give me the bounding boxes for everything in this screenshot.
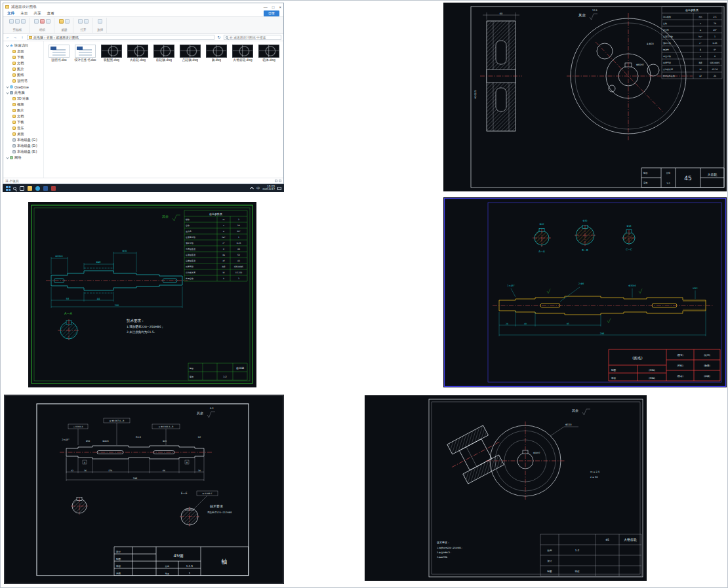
file-item[interactable]: 凸轮轴.dwg (178, 45, 203, 62)
thumbnail-view-icon[interactable] (279, 180, 281, 182)
address-input[interactable]: 此电脑 › 桌面 › 减速器设计图纸 (27, 35, 214, 40)
search-box[interactable] (224, 35, 281, 40)
file-item[interactable]: 齿轮轴.dwg (152, 45, 176, 62)
open-icon[interactable] (84, 19, 89, 24)
cad-app-icon[interactable] (51, 186, 56, 191)
sidebar-item[interactable]: 桌面 (3, 131, 43, 137)
sidebar-item[interactable]: 图纸 (3, 72, 43, 78)
tab-file[interactable]: 文件 (7, 11, 14, 16)
param-cell: 20° (713, 29, 717, 31)
section-label: A—A (64, 311, 72, 315)
section-label: C—C (626, 248, 632, 251)
maximize-button[interactable]: □ (272, 5, 275, 9)
param-cell: 齿顶圆直径 (186, 254, 195, 256)
file-item[interactable]: 说明书.doc (47, 45, 71, 62)
forward-button[interactable]: → (12, 35, 18, 39)
back-button[interactable]: ← (5, 35, 10, 39)
move-to-icon[interactable] (34, 19, 39, 24)
bevel-gear-drawing-screenshot: Φ110 Φ30H7 其余 m = 2.5 z = 50 技术要求： 1.调质处… (365, 395, 647, 581)
action-center-icon[interactable] (277, 187, 281, 190)
file-item[interactable]: 装配图.dwg (99, 45, 124, 62)
file-item[interactable]: 大齿轮.dwg (125, 45, 150, 62)
file-item[interactable]: 大锥齿轮.dwg (230, 45, 255, 62)
sidebar-item[interactable]: 说明书 (3, 78, 43, 84)
dimension-label: 44 (97, 298, 100, 300)
sidebar-item[interactable]: 本地磁盘 (C:) (3, 137, 43, 143)
minimize-button[interactable]: — (264, 5, 268, 9)
param-cell: c* (222, 242, 225, 245)
select-all-icon[interactable] (98, 19, 102, 24)
tab-share[interactable]: 共享 (33, 11, 41, 16)
shaft-canvas: ⊥ 0.004 A ⊕ Φ0.007 A—B ○ Φ0.004 A—B A B … (4, 395, 284, 584)
quantity-value: 1 (189, 572, 191, 575)
title-block-label: 制图 (190, 367, 193, 370)
file-item[interactable]: 设计任务书.doc (73, 45, 98, 62)
pin-icon[interactable] (9, 19, 14, 24)
sidebar-item[interactable]: 文档 (3, 113, 43, 119)
sidebar-item[interactable]: 本地磁盘 (D:) (3, 143, 43, 149)
folder-icon (12, 56, 16, 59)
close-button[interactable]: × (279, 5, 281, 9)
chevron-down-icon[interactable] (6, 44, 9, 47)
sidebar-item[interactable]: 本地磁盘 (E:) (3, 149, 43, 155)
dimension-label: Φ22 (539, 223, 544, 225)
section-view-f-f: F—F ⊕ 0.006 C (180, 491, 218, 526)
delete-icon[interactable] (40, 19, 45, 24)
details-view-icon[interactable] (275, 180, 277, 182)
sheet-border (31, 205, 253, 383)
sidebar-item[interactable]: 文档 (3, 60, 43, 66)
param-cell: 压力角 (186, 230, 192, 233)
ime-indicator[interactable]: 中 (256, 186, 260, 191)
search-input[interactable] (230, 36, 279, 39)
taskbar-clock[interactable]: 16:03 2021/6/17 (262, 185, 275, 191)
sidebar-item[interactable]: 3D 对象 (3, 96, 43, 102)
address-bar: ← → ↑ 此电脑 › 桌面 › 减速器设计图纸 ↻ (3, 34, 283, 41)
sidebar-item-onedrive[interactable]: OneDrive (3, 84, 43, 90)
folder-icon (12, 115, 16, 118)
file-explorer-icon[interactable] (28, 186, 32, 191)
section-view-left (71, 498, 88, 515)
sidebar-item[interactable]: 下载 (3, 119, 43, 125)
chevron-down-icon[interactable] (6, 91, 9, 94)
file-item[interactable]: 箱体.dwg (256, 45, 281, 62)
dwg-thumbnail-icon (232, 45, 253, 58)
sidebar-item[interactable]: 图片 (3, 66, 43, 72)
dimension-label: 38 (198, 469, 201, 472)
task-view-icon[interactable] (20, 186, 24, 191)
tab-view[interactable]: 查看 (47, 11, 54, 16)
copy-icon[interactable] (15, 19, 20, 24)
properties-icon[interactable] (78, 19, 83, 24)
browser-icon[interactable] (35, 186, 40, 191)
sidebar-item-quick-access[interactable]: 快速访问 (3, 43, 43, 49)
chevron-icon[interactable] (6, 85, 9, 88)
word-icon[interactable] (43, 186, 48, 191)
sidebar-item-network[interactable]: 网络 (3, 155, 43, 161)
sidebar-item[interactable]: 下载 (3, 54, 43, 60)
param-cell: d (223, 248, 224, 250)
chevron-icon[interactable] (6, 156, 9, 159)
quantity-value: (数量) (704, 364, 710, 367)
sidebar-item[interactable]: 桌面 (3, 49, 43, 54)
new-folder-icon[interactable] (59, 19, 64, 24)
param-cell: α (223, 230, 224, 233)
file-item[interactable]: 轴.dwg (204, 45, 229, 62)
paste-icon[interactable] (21, 19, 26, 24)
dwg-thumbnail-icon (101, 45, 122, 58)
taskbar-search-icon[interactable] (13, 187, 16, 190)
sidebar-item[interactable]: 音乐 (3, 125, 43, 131)
sidebar-item[interactable]: 图片 (3, 108, 43, 113)
start-button-icon[interactable] (6, 186, 8, 188)
refresh-button[interactable]: ↻ (216, 35, 222, 39)
tab-home[interactable]: 主页 (20, 11, 28, 16)
up-button[interactable]: ↑ (20, 35, 25, 39)
dwg-thumbnail-icon (127, 45, 148, 58)
sidebar-item[interactable]: 视频 (3, 102, 43, 108)
login-button[interactable]: 登录 (264, 10, 279, 16)
param-cell: 精度等级 (186, 265, 193, 268)
doc-file-icon (75, 45, 96, 58)
tray-chevron-icon[interactable] (251, 187, 254, 190)
sidebar-item-this-pc[interactable]: 此电脑 (3, 90, 43, 96)
new-item-icon[interactable] (65, 19, 70, 24)
rename-icon[interactable] (46, 19, 51, 24)
tolerance-frame: ○ Φ0.004 A—B (159, 425, 174, 428)
